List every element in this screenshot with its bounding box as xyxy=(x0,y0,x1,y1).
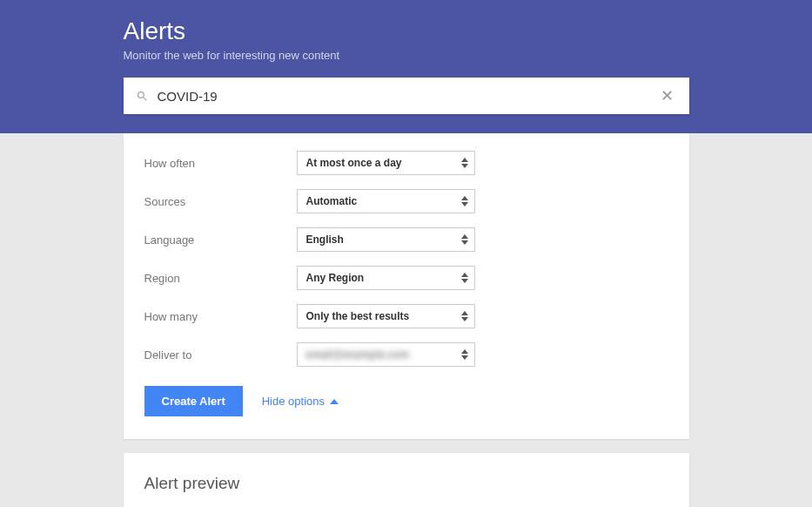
language-select[interactable]: English xyxy=(297,227,475,252)
option-label: Language xyxy=(144,233,297,247)
region-select[interactable]: Any Region xyxy=(297,266,475,290)
deliver-to-select[interactable]: email@example.com xyxy=(297,342,475,367)
option-label: How often xyxy=(144,157,297,170)
page-subtitle: Monitor the web for interesting new cont… xyxy=(124,49,689,62)
search-icon xyxy=(136,90,149,103)
option-label: Region xyxy=(144,272,297,285)
options-card: How often At most once a day Sources Aut… xyxy=(124,133,689,439)
preview-title: Alert preview xyxy=(144,474,668,493)
option-row-region: Region Any Region xyxy=(144,266,668,290)
clear-search-button[interactable]: ✕ xyxy=(657,86,677,105)
option-label: Deliver to xyxy=(144,348,297,362)
actions-row: Create Alert Hide options xyxy=(144,386,668,416)
how-often-select[interactable]: At most once a day xyxy=(297,151,475,175)
chevron-up-icon xyxy=(330,399,339,404)
option-label: How many xyxy=(144,310,297,323)
hide-options-button[interactable]: Hide options xyxy=(262,395,339,408)
hide-options-label: Hide options xyxy=(262,395,325,408)
option-row-sources: Sources Automatic xyxy=(144,189,668,213)
search-input[interactable] xyxy=(158,89,657,104)
how-many-select[interactable]: Only the best results xyxy=(297,304,475,328)
option-row-how-often: How often At most once a day xyxy=(144,151,668,175)
header: Alerts Monitor the web for interesting n… xyxy=(0,0,812,133)
search-bar: ✕ xyxy=(124,78,689,114)
option-row-language: Language English xyxy=(144,227,668,252)
option-label: Sources xyxy=(144,195,297,208)
option-row-how-many: How many Only the best results xyxy=(144,304,668,328)
sources-select[interactable]: Automatic xyxy=(297,189,475,213)
create-alert-button[interactable]: Create Alert xyxy=(144,386,243,416)
page-title: Alerts xyxy=(124,17,689,45)
preview-card: Alert preview NEWS xyxy=(124,453,689,507)
option-row-deliver-to: Deliver to email@example.com xyxy=(144,342,668,367)
